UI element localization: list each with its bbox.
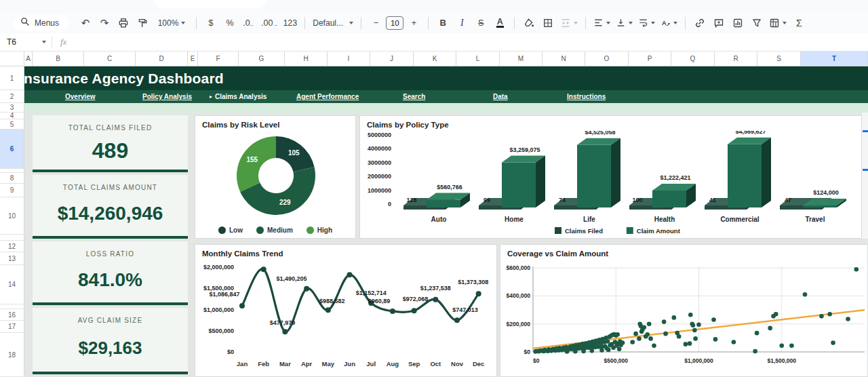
row-header-hidden[interactable] xyxy=(0,235,24,241)
column-header-D[interactable]: D xyxy=(136,52,188,66)
kpi-card-total-claims-filed[interactable]: TOTAL CLAIMS FILED489 xyxy=(33,115,188,172)
table-tools-button[interactable] xyxy=(767,15,789,31)
row-header-12[interactable]: 12 xyxy=(0,241,24,252)
column-header-Q[interactable]: Q xyxy=(671,52,715,66)
row-header-14[interactable]: 14 xyxy=(0,265,24,304)
paint-format-button[interactable] xyxy=(134,15,151,31)
decrease-decimals-button[interactable]: .0← xyxy=(240,15,258,31)
percent-format-button[interactable]: % xyxy=(221,15,239,31)
text-color-button[interactable]: A xyxy=(491,15,509,31)
functions-button[interactable]: Σ xyxy=(790,15,808,31)
increase-font-size-button[interactable]: + xyxy=(405,15,422,31)
kpi-label: TOTAL CLAIMS FILED xyxy=(68,124,153,132)
claim-amount-label: $4,525,058 xyxy=(585,131,615,136)
vertical-align-button[interactable] xyxy=(614,15,635,31)
column-header-F[interactable]: F xyxy=(198,52,239,66)
sheet-canvas[interactable]: Insurance Agency Dashboard OverviewPolic… xyxy=(24,66,868,377)
insert-chart-button[interactable] xyxy=(729,15,747,31)
nav-tab-data[interactable]: Data xyxy=(493,90,508,103)
font-select[interactable]: Defaul... xyxy=(311,15,355,31)
borders-button[interactable] xyxy=(539,15,557,31)
chart-claims-by-policy-type[interactable]: Claims by Policy Type5000000400000030000… xyxy=(359,115,862,239)
create-filter-button[interactable] xyxy=(748,15,766,31)
column-header-C[interactable]: C xyxy=(84,52,136,66)
row-header-4[interactable]: 4 xyxy=(0,113,24,119)
row-header-17[interactable]: 17 xyxy=(0,321,24,333)
row-header-13[interactable]: 13 xyxy=(0,252,24,265)
decrease-font-size-button[interactable]: − xyxy=(367,15,384,31)
row-header-hidden[interactable] xyxy=(0,304,24,309)
print-button[interactable] xyxy=(115,15,132,31)
currency-format-button[interactable]: $ xyxy=(202,15,220,31)
nav-tab-agent-performance[interactable]: Agent Performance xyxy=(296,90,359,103)
text-rotation-button[interactable]: A xyxy=(658,15,679,31)
row-header-3[interactable]: 3 xyxy=(0,103,24,113)
row-header-16[interactable]: 16 xyxy=(0,309,24,321)
y-axis-tick: 0 xyxy=(388,201,391,207)
nav-tab-claims-analysis[interactable]: ▸Claims Analysis xyxy=(210,90,267,103)
menus-button[interactable]: Menus xyxy=(14,15,68,31)
chart-coverage-vs-claim-amount[interactable]: Coverage vs Claim Amount$0$200,000$400,0… xyxy=(500,244,868,377)
row-header-1[interactable]: 1 xyxy=(0,66,24,90)
nav-tab-search[interactable]: Search xyxy=(403,90,425,103)
strikethrough-button[interactable]: S xyxy=(472,15,490,31)
column-header-J[interactable]: J xyxy=(370,52,414,66)
borders-icon xyxy=(542,18,553,28)
merge-cells-button[interactable] xyxy=(558,15,580,31)
column-header-A[interactable]: A xyxy=(24,52,33,66)
data-point xyxy=(412,308,417,313)
increase-decimals-button[interactable]: .00→ xyxy=(259,15,279,31)
column-header-E[interactable]: E xyxy=(188,52,198,66)
column-header-R[interactable]: R xyxy=(715,52,757,66)
kpi-card-total-claims-amount[interactable]: TOTAL CLAIMS AMOUNT$14,260,946 xyxy=(33,175,188,239)
row-header-9[interactable]: 9 xyxy=(0,184,24,197)
scatter-point xyxy=(662,319,667,324)
column-header-G[interactable]: G xyxy=(239,52,285,66)
column-header-K[interactable]: K xyxy=(414,52,456,66)
number-format-button[interactable]: 123 xyxy=(281,15,299,31)
column-header-M[interactable]: M xyxy=(500,52,542,66)
row-header-2[interactable]: 2 xyxy=(0,90,24,103)
chart-claims-by-risk-level[interactable]: Claims by Risk Level105229155LowMediumHi… xyxy=(195,115,356,239)
column-header-B[interactable]: B xyxy=(33,52,84,66)
column-header-O[interactable]: O xyxy=(585,52,629,66)
insert-comment-button[interactable] xyxy=(710,15,728,31)
kpi-card-loss-ratio[interactable]: LOSS RATIO841.0% xyxy=(33,241,188,305)
row-header-8[interactable]: 8 xyxy=(0,173,24,184)
scatter-point xyxy=(779,343,784,348)
nav-tab-instructions[interactable]: Instructions xyxy=(567,90,606,103)
italic-button[interactable]: I xyxy=(453,15,471,31)
chart-title: Monthly Claims Trend xyxy=(195,245,496,260)
select-all-corner[interactable] xyxy=(0,52,24,66)
horizontal-align-button[interactable] xyxy=(591,15,612,31)
fill-color-button[interactable] xyxy=(520,15,538,31)
row-header-5[interactable]: 5 xyxy=(0,119,24,130)
row-header-18[interactable]: 18 xyxy=(0,333,24,377)
column-header-T[interactable]: T xyxy=(801,52,868,66)
nav-tab-overview[interactable]: Overview xyxy=(65,90,95,103)
cell-reference: T6 xyxy=(7,37,16,47)
bold-button[interactable]: B xyxy=(434,15,452,31)
column-header-S[interactable]: S xyxy=(757,52,801,66)
nav-tab-policy-analysis[interactable]: Policy Analysis xyxy=(142,90,192,103)
redo-button[interactable]: ↷ xyxy=(96,15,113,31)
font-size-input[interactable]: 10 xyxy=(386,16,403,30)
row-header-6[interactable]: 6 xyxy=(0,130,24,169)
column-header-I[interactable]: I xyxy=(328,52,370,66)
text-wrap-button[interactable] xyxy=(636,15,657,31)
column-header-H[interactable]: H xyxy=(285,52,328,66)
kpi-card-avg-claim-size[interactable]: AVG CLAIM SIZE$29,163 xyxy=(33,308,188,374)
row-headers: 1234568910121314161718 xyxy=(0,66,24,377)
zoom-control[interactable]: 100% xyxy=(153,15,191,31)
menu-bar-strip xyxy=(0,0,868,12)
column-header-N[interactable]: N xyxy=(542,52,585,66)
column-header-L[interactable]: L xyxy=(456,52,500,66)
comment-icon xyxy=(713,18,724,28)
undo-button[interactable]: ↶ xyxy=(77,15,94,31)
name-box[interactable]: T6 xyxy=(0,37,52,47)
column-header-P[interactable]: P xyxy=(629,52,671,66)
bar-front xyxy=(427,200,460,207)
insert-link-button[interactable] xyxy=(691,15,709,31)
chart-monthly-claims-trend[interactable]: Monthly Claims Trend$2,000,000$1,500,000… xyxy=(195,244,497,377)
row-header-10[interactable]: 10 xyxy=(0,197,24,235)
